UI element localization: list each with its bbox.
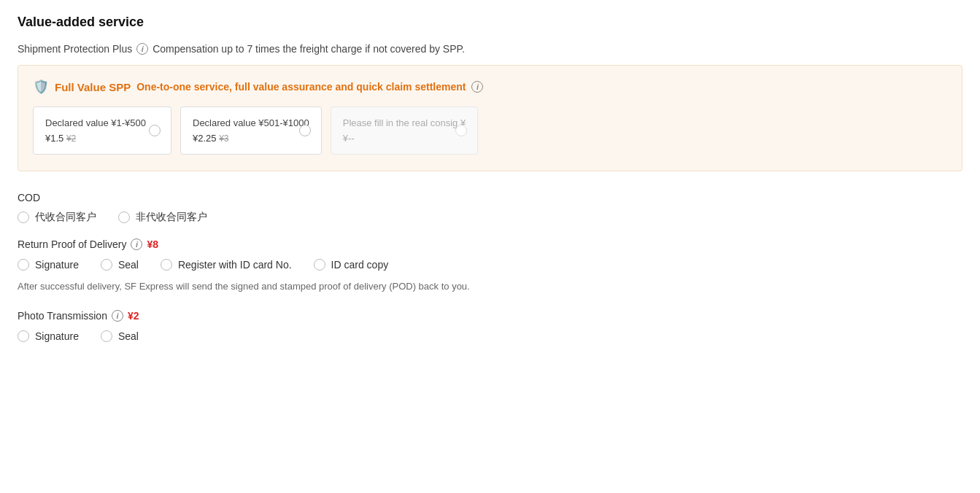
return-pod-seal[interactable]: Seal (101, 259, 139, 271)
shipment-protection-row: Shipment Protection Plus i Compensation … (18, 43, 962, 55)
return-pod-section: Return Proof of Delivery i ¥8 (18, 238, 962, 250)
return-pod-id-register[interactable]: Register with ID card No. (161, 259, 292, 271)
spp-info-icon[interactable]: i (471, 81, 483, 93)
photo-transmission-signature-radio[interactable] (18, 330, 29, 342)
photo-transmission-label: Photo Transmission (18, 310, 107, 322)
cod-option-1-radio[interactable] (18, 211, 29, 223)
return-pod-options: Signature Seal Register with ID card No.… (18, 259, 962, 271)
spp-box: 🛡️ Full Value SPP One-to-one service, fu… (18, 65, 962, 171)
spp-title: Full Value SPP (55, 81, 131, 93)
cod-option-1-label: 代收合同客户 (35, 211, 96, 224)
spp-option-card-1[interactable]: Declared value ¥1-¥500 ¥1.5 ¥2 (33, 106, 171, 155)
photo-transmission-options: Signature Seal (18, 330, 962, 342)
return-pod-id-copy[interactable]: ID card copy (314, 259, 389, 271)
return-pod-signature-label: Signature (35, 259, 79, 271)
cod-option-2-label: 非代收合同客户 (136, 211, 207, 224)
shipment-protection-description: Compensation up to 7 times the freight c… (153, 43, 465, 55)
cod-option-1[interactable]: 代收合同客户 (18, 211, 96, 224)
spp-option-2-price: ¥2.25 ¥3 (193, 133, 309, 144)
spp-option-1-header: Declared value ¥1-¥500 (45, 117, 159, 128)
cod-radio-group: 代收合同客户 非代收合同客户 (18, 211, 962, 224)
spp-option-1-price: ¥1.5 ¥2 (45, 133, 159, 144)
spp-option-2-header: Declared value ¥501-¥1000 (193, 117, 309, 128)
return-pod-id-register-radio[interactable] (161, 259, 172, 271)
spp-options: Declared value ¥1-¥500 ¥1.5 ¥2 Declared … (33, 106, 947, 155)
spp-option-card-2[interactable]: Declared value ¥501-¥1000 ¥2.25 ¥3 (180, 106, 322, 155)
spp-option-1-radio[interactable] (149, 125, 161, 136)
return-pod-label: Return Proof of Delivery (18, 238, 126, 250)
photo-transmission-seal-radio[interactable] (101, 330, 112, 342)
spp-subtitle: One-to-one service, full value assurance… (136, 81, 466, 93)
return-pod-signature[interactable]: Signature (18, 259, 79, 271)
shipment-protection-label: Shipment Protection Plus (18, 43, 132, 55)
photo-transmission-price: ¥2 (128, 310, 139, 322)
return-pod-seal-label: Seal (118, 259, 139, 271)
spp-title-row: 🛡️ Full Value SPP One-to-one service, fu… (33, 79, 947, 95)
photo-transmission-signature[interactable]: Signature (18, 330, 79, 342)
photo-transmission-seal-label: Seal (118, 330, 139, 342)
spp-option-3-radio[interactable] (455, 125, 467, 136)
spp-option-3-header: Please fill in the real consig ¥ (343, 117, 466, 128)
spp-shield-icon: 🛡️ (33, 79, 49, 95)
spp-option-3-price: ¥-- (343, 133, 466, 144)
return-pod-price: ¥8 (147, 238, 158, 250)
spp-option-2-radio[interactable] (299, 125, 311, 136)
return-pod-seal-radio[interactable] (101, 259, 112, 271)
photo-transmission-signature-label: Signature (35, 330, 79, 342)
return-pod-id-register-label: Register with ID card No. (178, 259, 292, 271)
return-pod-id-copy-radio[interactable] (314, 259, 325, 271)
return-pod-signature-radio[interactable] (18, 259, 29, 271)
cod-option-2[interactable]: 非代收合同客户 (118, 211, 207, 224)
page-title: Value-added service (18, 15, 962, 30)
photo-transmission-section: Photo Transmission i ¥2 (18, 310, 962, 322)
return-pod-id-copy-label: ID card copy (331, 259, 389, 271)
photo-transmission-seal[interactable]: Seal (101, 330, 139, 342)
cod-label: COD (18, 192, 962, 203)
shipment-protection-info-icon[interactable]: i (136, 43, 148, 55)
return-pod-info-icon[interactable]: i (131, 238, 142, 250)
spp-option-card-3[interactable]: Please fill in the real consig ¥ ¥-- (331, 106, 478, 155)
return-pod-note: After successful delivery, SF Express wi… (18, 279, 962, 294)
cod-option-2-radio[interactable] (118, 211, 130, 223)
photo-transmission-info-icon[interactable]: i (112, 310, 123, 322)
